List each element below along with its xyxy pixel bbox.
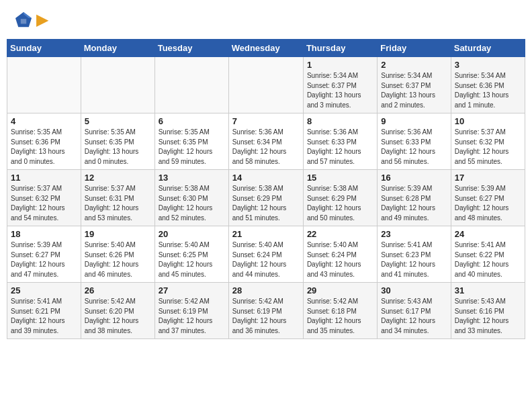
calendar-table: SundayMondayTuesdayWednesdayThursdayFrid… bbox=[7, 39, 525, 339]
calendar-cell: 5Sunrise: 5:35 AM Sunset: 6:35 PM Daylig… bbox=[81, 113, 154, 170]
day-number: 8 bbox=[307, 116, 373, 126]
logo-icon bbox=[13, 10, 34, 30]
day-number: 2 bbox=[381, 60, 447, 70]
day-info: Sunrise: 5:42 AM Sunset: 6:20 PM Dayligh… bbox=[85, 297, 151, 336]
calendar-cell: 2Sunrise: 5:34 AM Sunset: 6:37 PM Daylig… bbox=[378, 57, 451, 113]
day-number: 1 bbox=[307, 60, 373, 70]
day-info: Sunrise: 5:37 AM Sunset: 6:31 PM Dayligh… bbox=[85, 184, 151, 223]
day-info: Sunrise: 5:43 AM Sunset: 6:16 PM Dayligh… bbox=[455, 297, 521, 336]
weekday-header-friday: Friday bbox=[378, 40, 451, 57]
day-info: Sunrise: 5:36 AM Sunset: 6:33 PM Dayligh… bbox=[381, 128, 447, 167]
calendar-week-4: 18Sunrise: 5:39 AM Sunset: 6:27 PM Dayli… bbox=[7, 226, 525, 283]
day-info: Sunrise: 5:37 AM Sunset: 6:32 PM Dayligh… bbox=[455, 128, 521, 167]
weekday-header-wednesday: Wednesday bbox=[228, 40, 303, 57]
day-number: 29 bbox=[307, 285, 373, 295]
svg-rect-2 bbox=[21, 19, 26, 24]
calendar-cell: 15Sunrise: 5:38 AM Sunset: 6:29 PM Dayli… bbox=[303, 170, 377, 226]
calendar-cell: 24Sunrise: 5:41 AM Sunset: 6:22 PM Dayli… bbox=[451, 226, 525, 283]
calendar-week-3: 11Sunrise: 5:37 AM Sunset: 6:32 PM Dayli… bbox=[7, 170, 525, 226]
day-number: 30 bbox=[381, 285, 447, 295]
calendar-cell: 12Sunrise: 5:37 AM Sunset: 6:31 PM Dayli… bbox=[81, 170, 154, 226]
calendar-cell: 11Sunrise: 5:37 AM Sunset: 6:32 PM Dayli… bbox=[7, 170, 81, 226]
day-number: 5 bbox=[85, 116, 151, 126]
day-info: Sunrise: 5:42 AM Sunset: 6:19 PM Dayligh… bbox=[159, 297, 225, 336]
calendar-cell: 21Sunrise: 5:40 AM Sunset: 6:24 PM Dayli… bbox=[228, 226, 303, 283]
calendar-cell: 7Sunrise: 5:36 AM Sunset: 6:34 PM Daylig… bbox=[228, 113, 303, 170]
day-number: 21 bbox=[232, 229, 300, 239]
calendar-cell: 30Sunrise: 5:43 AM Sunset: 6:17 PM Dayli… bbox=[378, 283, 451, 339]
logo: ▶ bbox=[13, 10, 48, 30]
day-number: 16 bbox=[381, 173, 447, 183]
day-info: Sunrise: 5:37 AM Sunset: 6:32 PM Dayligh… bbox=[11, 184, 77, 223]
day-number: 17 bbox=[455, 173, 521, 183]
day-info: Sunrise: 5:36 AM Sunset: 6:33 PM Dayligh… bbox=[307, 128, 373, 167]
weekday-header-saturday: Saturday bbox=[451, 40, 525, 57]
calendar-cell: 10Sunrise: 5:37 AM Sunset: 6:32 PM Dayli… bbox=[451, 113, 525, 170]
day-number: 14 bbox=[232, 173, 300, 183]
day-info: Sunrise: 5:41 AM Sunset: 6:21 PM Dayligh… bbox=[11, 297, 77, 336]
calendar-cell: 16Sunrise: 5:39 AM Sunset: 6:28 PM Dayli… bbox=[378, 170, 451, 226]
day-number: 28 bbox=[232, 285, 300, 295]
day-number: 19 bbox=[85, 229, 151, 239]
day-info: Sunrise: 5:40 AM Sunset: 6:25 PM Dayligh… bbox=[159, 240, 225, 279]
calendar-week-5: 25Sunrise: 5:41 AM Sunset: 6:21 PM Dayli… bbox=[7, 283, 525, 339]
calendar-cell: 28Sunrise: 5:42 AM Sunset: 6:19 PM Dayli… bbox=[228, 283, 303, 339]
day-number: 7 bbox=[232, 116, 300, 126]
calendar-cell: 9Sunrise: 5:36 AM Sunset: 6:33 PM Daylig… bbox=[378, 113, 451, 170]
weekday-header-tuesday: Tuesday bbox=[154, 40, 228, 57]
day-info: Sunrise: 5:39 AM Sunset: 6:27 PM Dayligh… bbox=[11, 240, 77, 279]
day-info: Sunrise: 5:38 AM Sunset: 6:29 PM Dayligh… bbox=[307, 184, 373, 223]
calendar-cell: 27Sunrise: 5:42 AM Sunset: 6:19 PM Dayli… bbox=[154, 283, 228, 339]
day-info: Sunrise: 5:43 AM Sunset: 6:17 PM Dayligh… bbox=[381, 297, 447, 336]
day-info: Sunrise: 5:41 AM Sunset: 6:22 PM Dayligh… bbox=[455, 240, 521, 279]
day-number: 23 bbox=[381, 229, 447, 239]
calendar-cell bbox=[228, 57, 303, 113]
calendar-cell: 1Sunrise: 5:34 AM Sunset: 6:37 PM Daylig… bbox=[303, 57, 377, 113]
calendar-cell: 14Sunrise: 5:38 AM Sunset: 6:29 PM Dayli… bbox=[228, 170, 303, 226]
calendar-cell: 22Sunrise: 5:40 AM Sunset: 6:24 PM Dayli… bbox=[303, 226, 377, 283]
day-info: Sunrise: 5:34 AM Sunset: 6:36 PM Dayligh… bbox=[455, 71, 521, 110]
calendar-cell: 3Sunrise: 5:34 AM Sunset: 6:36 PM Daylig… bbox=[451, 57, 525, 113]
day-number: 31 bbox=[455, 285, 521, 295]
calendar-cell bbox=[154, 57, 228, 113]
day-number: 15 bbox=[307, 173, 373, 183]
weekday-header-sunday: Sunday bbox=[7, 40, 81, 57]
day-number: 4 bbox=[11, 116, 77, 126]
calendar-cell: 26Sunrise: 5:42 AM Sunset: 6:20 PM Dayli… bbox=[81, 283, 154, 339]
day-number: 20 bbox=[159, 229, 225, 239]
calendar-cell: 6Sunrise: 5:35 AM Sunset: 6:35 PM Daylig… bbox=[154, 113, 228, 170]
day-number: 22 bbox=[307, 229, 373, 239]
day-info: Sunrise: 5:42 AM Sunset: 6:18 PM Dayligh… bbox=[307, 297, 373, 336]
day-number: 24 bbox=[455, 229, 521, 239]
calendar-cell: 23Sunrise: 5:41 AM Sunset: 6:23 PM Dayli… bbox=[378, 226, 451, 283]
day-number: 12 bbox=[85, 173, 151, 183]
logo-text-accent: ▶ bbox=[36, 11, 48, 28]
page-header: ▶ bbox=[7, 7, 525, 34]
calendar-cell: 13Sunrise: 5:38 AM Sunset: 6:30 PM Dayli… bbox=[154, 170, 228, 226]
day-info: Sunrise: 5:42 AM Sunset: 6:19 PM Dayligh… bbox=[232, 297, 300, 336]
day-info: Sunrise: 5:40 AM Sunset: 6:24 PM Dayligh… bbox=[232, 240, 300, 279]
day-info: Sunrise: 5:39 AM Sunset: 6:28 PM Dayligh… bbox=[381, 184, 447, 223]
day-number: 9 bbox=[381, 116, 447, 126]
day-number: 26 bbox=[85, 285, 151, 295]
day-info: Sunrise: 5:35 AM Sunset: 6:35 PM Dayligh… bbox=[159, 128, 225, 167]
day-number: 6 bbox=[159, 116, 225, 126]
calendar-cell: 25Sunrise: 5:41 AM Sunset: 6:21 PM Dayli… bbox=[7, 283, 81, 339]
calendar-cell: 17Sunrise: 5:39 AM Sunset: 6:27 PM Dayli… bbox=[451, 170, 525, 226]
day-number: 13 bbox=[159, 173, 225, 183]
calendar-week-1: 1Sunrise: 5:34 AM Sunset: 6:37 PM Daylig… bbox=[7, 57, 525, 113]
day-number: 3 bbox=[455, 60, 521, 70]
day-info: Sunrise: 5:40 AM Sunset: 6:26 PM Dayligh… bbox=[85, 240, 151, 279]
day-info: Sunrise: 5:35 AM Sunset: 6:35 PM Dayligh… bbox=[85, 128, 151, 167]
calendar-cell: 20Sunrise: 5:40 AM Sunset: 6:25 PM Dayli… bbox=[154, 226, 228, 283]
day-info: Sunrise: 5:35 AM Sunset: 6:36 PM Dayligh… bbox=[11, 128, 77, 167]
day-number: 25 bbox=[11, 285, 77, 295]
day-number: 10 bbox=[455, 116, 521, 126]
weekday-header-monday: Monday bbox=[81, 40, 154, 57]
calendar-cell bbox=[81, 57, 154, 113]
calendar-cell: 8Sunrise: 5:36 AM Sunset: 6:33 PM Daylig… bbox=[303, 113, 377, 170]
day-info: Sunrise: 5:40 AM Sunset: 6:24 PM Dayligh… bbox=[307, 240, 373, 279]
day-info: Sunrise: 5:34 AM Sunset: 6:37 PM Dayligh… bbox=[307, 71, 373, 110]
day-number: 27 bbox=[159, 285, 225, 295]
day-info: Sunrise: 5:36 AM Sunset: 6:34 PM Dayligh… bbox=[232, 128, 300, 167]
